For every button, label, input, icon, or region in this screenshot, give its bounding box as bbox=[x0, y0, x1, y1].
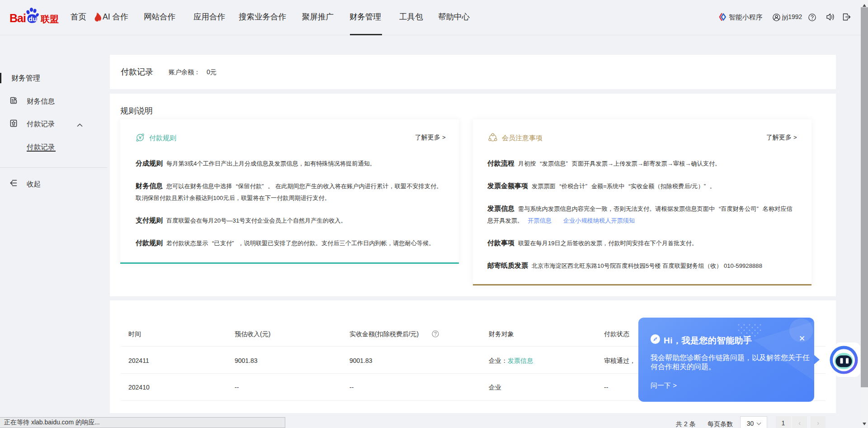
svg-text:联盟: 联盟 bbox=[40, 14, 59, 24]
svg-text:du: du bbox=[28, 15, 37, 23]
svg-text:Bai: Bai bbox=[10, 12, 26, 24]
